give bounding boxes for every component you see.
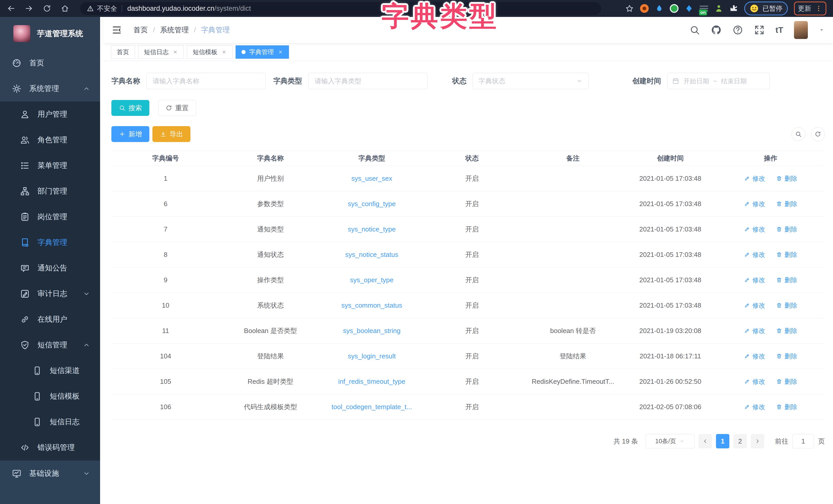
font-size-icon[interactable]: tT [776,25,783,35]
extension-list-icon[interactable]: on [699,4,708,13]
sidebar-item-phone[interactable]: 短信日志 [0,409,100,435]
dict-name-input[interactable] [146,73,266,89]
browser-reload-icon[interactable] [43,4,51,13]
page-number-2[interactable]: 2 [733,434,747,448]
browser-home-icon[interactable] [61,4,69,13]
fullscreen-icon[interactable] [754,25,765,35]
next-page-button[interactable] [751,434,764,448]
browser-forward-icon[interactable] [25,4,33,13]
edit-link[interactable]: 修改 [744,377,765,386]
cell-actions: 修改删除 [716,327,825,335]
update-button[interactable]: 更新 [798,4,811,13]
close-icon[interactable] [278,49,283,55]
sidebar-item-code[interactable]: 错误码管理 [0,435,100,460]
dict-type-link[interactable]: sys_login_result [348,352,396,360]
extensions-puzzle-icon[interactable] [729,4,738,13]
page-size-select[interactable]: 10条/页 [646,434,694,448]
tab-短信日志[interactable]: 短信日志 [138,45,184,59]
edit-link[interactable]: 修改 [744,250,765,259]
cell-actions: 修改删除 [716,403,825,411]
sidebar-item-gauge[interactable]: 首页 [0,50,100,76]
delete-link[interactable]: 删除 [776,403,797,411]
delete-link[interactable]: 删除 [776,352,797,360]
dict-type-link[interactable]: sys_notice_type [348,225,396,233]
delete-link[interactable]: 删除 [776,200,797,208]
edit-link[interactable]: 修改 [744,301,765,310]
edit-link[interactable]: 修改 [744,276,765,284]
edit-link[interactable]: 修改 [744,174,765,183]
sidebar-item-book[interactable]: 字典管理 [0,230,100,255]
extension-android-icon[interactable] [714,4,723,13]
close-icon[interactable] [221,49,227,55]
edit-link[interactable]: 修改 [744,327,765,335]
goto-page-input[interactable] [792,434,814,448]
dict-type-link[interactable]: sys_common_status [341,301,402,309]
extension-orange-icon[interactable] [640,4,649,13]
tab-短信模板[interactable]: 短信模板 [187,45,233,59]
delete-link[interactable]: 删除 [776,377,797,386]
tab-字典管理[interactable]: 字典管理 [236,45,289,59]
sidebar-item-monitor[interactable]: 基础设施 [0,461,100,486]
edit-link[interactable]: 修改 [744,200,765,208]
date-range-picker[interactable]: 开始日期 ~ 结束日期 [667,73,770,89]
delete-link[interactable]: 删除 [776,225,797,233]
address-bar[interactable]: 不安全 dashboard.yudao.iocoder.cn /system/d… [80,2,601,15]
dict-type-link[interactable]: sys_boolean_string [343,327,401,334]
sidebar-collapse-icon[interactable] [111,25,122,35]
delete-link[interactable]: 删除 [776,174,797,183]
dict-type-link[interactable]: sys_config_type [348,200,396,208]
bookmark-star-icon[interactable] [625,4,634,13]
sidebar-item-editlog[interactable]: 审计日志 [0,281,100,307]
page-number-1[interactable]: 1 [716,434,729,448]
table-refresh-button[interactable] [811,127,825,141]
sidebar-item-gear[interactable]: 系统管理 [0,76,100,102]
user-avatar[interactable] [794,21,808,39]
reset-button[interactable]: 重置 [158,100,196,116]
edit-link[interactable]: 修改 [744,403,765,411]
status-select[interactable]: 字典状态 [473,73,589,89]
breadcrumb-home[interactable]: 首页 [134,25,148,35]
dict-type-link[interactable]: inf_redis_timeout_type [338,378,405,385]
browser-back-icon[interactable] [7,4,16,13]
sidebar-item-tree[interactable]: 部门管理 [0,178,100,204]
edit-link[interactable]: 修改 [744,225,765,233]
dict-type-link[interactable]: sys_user_sex [351,175,392,182]
sidebar-item-list[interactable]: 菜单管理 [0,153,100,178]
browser-menu-kebab-icon[interactable] [815,5,823,12]
extension-droplet-icon[interactable] [655,4,664,13]
close-icon[interactable] [173,49,178,55]
paused-extension-badge[interactable]: 已暂停 [744,2,788,16]
search-icon[interactable] [689,25,700,35]
status-select-placeholder: 字典状态 [479,77,505,85]
dict-type-link[interactable]: sys_notice_status [345,251,398,258]
sidebar-item-online[interactable]: 在线用户 [0,307,100,332]
github-icon[interactable] [711,25,722,35]
tab-首页[interactable]: 首页 [111,45,135,59]
search-button[interactable]: 搜索 [111,100,149,116]
dict-type-link[interactable]: sys_oper_type [350,276,394,284]
delete-link[interactable]: 删除 [776,250,797,259]
sidebar-item-user[interactable]: 用户管理 [0,102,100,127]
prev-page-button[interactable] [698,434,712,448]
breadcrumb-system[interactable]: 系统管理 [160,25,189,35]
table-search-toggle-button[interactable] [791,127,805,141]
sidebar-item-users[interactable]: 角色管理 [0,127,100,153]
sidebar-item-phone[interactable]: 短信渠道 [0,358,100,383]
dict-type-input[interactable] [308,73,428,89]
sidebar-item-badge[interactable]: 岗位管理 [0,204,100,230]
help-icon[interactable] [732,25,743,35]
sidebar-item-phone[interactable]: 短信模板 [0,383,100,409]
edit-link[interactable]: 修改 [744,352,765,360]
extension-green-icon[interactable] [670,4,679,13]
app-logo-row[interactable]: 芋道管理系统 [0,17,100,50]
sidebar-item-shield[interactable]: 短信管理 [0,332,100,358]
user-menu-caret-icon[interactable] [818,27,825,33]
delete-link[interactable]: 删除 [776,276,797,284]
extension-diamond-icon[interactable] [685,4,693,13]
delete-link[interactable]: 删除 [776,327,797,335]
add-button[interactable]: 新增 [111,126,149,142]
export-button[interactable]: 导出 [152,126,190,142]
sidebar-item-chat[interactable]: 通知公告 [0,255,100,281]
dict-type-link[interactable]: tool_codegen_template_t... [332,403,412,411]
delete-link[interactable]: 删除 [776,301,797,310]
